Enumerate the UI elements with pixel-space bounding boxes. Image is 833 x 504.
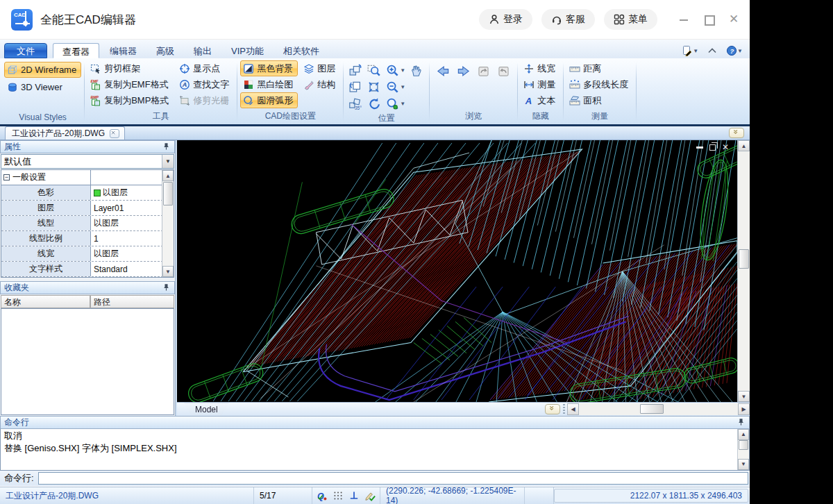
preset-dropdown[interactable]: 默认值 ▼ [1, 154, 174, 169]
model-tab[interactable]: Model [184, 403, 229, 416]
svg-text:EMF: EMF [91, 79, 99, 83]
layout-overflow-button[interactable] [545, 404, 560, 414]
collapse-group-icon[interactable]: − [3, 174, 10, 180]
favorites-column-name[interactable]: 名称 [1, 295, 90, 308]
forward-arrow-icon[interactable] [457, 65, 470, 78]
document-tab-bar: 工业设计产品-20期.DWG [0, 126, 750, 140]
close-button[interactable]: ✕ [729, 15, 739, 24]
refresh-view-icon [367, 97, 380, 110]
grid-icon[interactable] [333, 490, 344, 501]
command-output[interactable]: 取消 替换 [Geniso.SHX] 字体为 [SIMPLEX.SHX] ▲ ▼ [0, 429, 750, 471]
cad-canvas[interactable]: ✕ [177, 140, 737, 402]
viewport-minimize-icon[interactable] [696, 146, 703, 149]
button-rotate-view[interactable] [346, 62, 365, 78]
ortho-icon[interactable] [348, 490, 360, 501]
menu-button[interactable]: 菜单 [604, 9, 657, 30]
properties-scrollbar[interactable]: ▲ ▼ [162, 170, 174, 277]
button-refresh-view[interactable] [365, 95, 384, 112]
button-hide-lineweight[interactable]: 线宽 [521, 60, 560, 76]
support-button[interactable]: 客服 [541, 9, 595, 30]
edit-document-icon[interactable] [682, 45, 693, 56]
tab-0[interactable]: 查看器 [53, 43, 99, 58]
tab-file[interactable]: 文件 [4, 43, 47, 58]
button-zoom-in[interactable]: ▼ [384, 62, 407, 78]
button-distance[interactable]: 距离 [566, 60, 633, 76]
button-area[interactable]: 面积 [566, 92, 633, 108]
property-row-2[interactable]: 线型以图层 [1, 216, 174, 231]
collapse-ribbon-icon[interactable] [707, 45, 718, 56]
draft-check-icon[interactable] [364, 490, 376, 501]
button-layers[interactable]: 图层 [301, 60, 340, 76]
command-scrollbar[interactable]: ▲ ▼ [737, 429, 749, 470]
button-copy-view[interactable] [346, 78, 365, 95]
smooth-arc-icon [243, 95, 254, 106]
viewport-horizontal-scrollbar[interactable]: ◀ ▶ [567, 403, 750, 415]
close-document-icon[interactable] [110, 129, 119, 138]
left-panel: 属性 默认值 ▼ −一般设置 色彩以图层图层Layer01线型以图层线型比例1线… [0, 140, 176, 416]
tab-5[interactable]: 相关软件 [274, 43, 328, 58]
button-clip-frame[interactable]: 剪切框架 [87, 60, 174, 76]
button-bw-drawing[interactable]: 黑白绘图 [240, 76, 298, 92]
tab-2[interactable]: 高级 [147, 43, 183, 58]
property-row-3[interactable]: 线型比例1 [1, 231, 174, 246]
button-hide-measure[interactable]: 测量 [521, 76, 560, 92]
group-label-cad-settings: CAD绘图设置 [240, 110, 340, 124]
tab-3[interactable]: 输出 [185, 43, 221, 58]
help-caret-icon[interactable]: ▼ [737, 48, 743, 54]
button-3d-viewer[interactable]: 3D Viewer [4, 79, 81, 95]
help-icon[interactable]: ? [726, 45, 737, 56]
edit-doc-caret-icon[interactable]: ▼ [693, 48, 698, 54]
favorites-column-path[interactable]: 路径 [90, 295, 174, 308]
back-arrow-icon[interactable] [437, 65, 450, 78]
minimize-button[interactable] [679, 15, 689, 24]
button-structure[interactable]: 结构 [301, 76, 340, 92]
button-zoom-selected[interactable]: ▼ [384, 95, 407, 112]
command-line-2: 替换 [Geniso.SHX] 字体为 [SIMPLEX.SHX] [4, 442, 746, 455]
login-button[interactable]: 登录 [479, 9, 532, 30]
tab-1[interactable]: 编辑器 [101, 43, 146, 58]
scrollbar-splitter[interactable] [563, 404, 565, 414]
button-zoom-window[interactable] [365, 62, 384, 78]
maximize-button[interactable] [704, 15, 714, 24]
pin-icon[interactable] [162, 142, 171, 151]
pin-icon[interactable] [162, 283, 171, 292]
group-visual-styles: 2D Wireframe 3D Viewer Visual Styles [1, 60, 84, 124]
viewport-close-icon[interactable]: ✕ [722, 144, 729, 151]
viewport-vertical-scrollbar[interactable]: ▲ ▼ [737, 140, 750, 402]
button-zoom-out[interactable]: ▼ [384, 78, 407, 95]
favorites-list[interactable] [1, 308, 174, 415]
button-black-background[interactable]: 黑色背景 [240, 60, 298, 76]
tab-4[interactable]: VIP功能 [222, 43, 273, 58]
button-2d-wireframe[interactable]: 2D Wireframe [4, 62, 81, 78]
button-find-text[interactable]: A 查找文字 [176, 76, 234, 92]
dropdown-arrow-icon[interactable]: ▼ [162, 155, 174, 168]
status-filename: 工业设计产品-20期.DWG [0, 487, 254, 504]
property-row-4[interactable]: 线宽以图层 [1, 246, 174, 262]
property-row-5[interactable]: 文字样式Standard [1, 262, 174, 277]
property-grid: −一般设置 色彩以图层图层Layer01线型以图层线型比例1线宽以图层文字样式S… [1, 169, 174, 278]
button-smooth-arc[interactable]: 圆滑弧形 [240, 92, 298, 108]
button-pan[interactable] [407, 62, 426, 78]
measure-arrows-icon [523, 79, 535, 90]
button-zoom-extents[interactable] [365, 78, 384, 95]
pin-icon[interactable] [737, 418, 746, 427]
document-tab[interactable]: 工业设计产品-20期.DWG [5, 126, 125, 140]
button-rotate-angle[interactable]: 35° [346, 95, 365, 112]
doc-tab-overflow-button[interactable] [729, 128, 744, 138]
button-hide-text[interactable]: A 文本 [521, 92, 560, 108]
command-input[interactable] [38, 472, 748, 485]
button-copy-bmp[interactable]: BMP 复制为BMP格式 [87, 92, 174, 108]
button-copy-emf[interactable]: EMF 复制为EMF格式 [87, 76, 174, 92]
redo-icon [497, 65, 510, 78]
zoom-selected-icon [386, 97, 399, 110]
viewport-restore-icon[interactable] [709, 144, 716, 151]
cad-application-window: CAD 全能王CAD编辑器 登录 客服 菜单 ✕ [0, 0, 750, 504]
status-bar: 工业设计产品-20期.DWG 5/17 Q (2290.226; -42.686… [0, 487, 750, 504]
group-label-browse: 浏览 [432, 110, 514, 124]
object-snap-icon[interactable]: Q [317, 490, 328, 501]
property-row-1[interactable]: 图层Layer01 [1, 201, 174, 216]
button-polyline-length[interactable]: 多段线长度 [566, 76, 633, 92]
button-show-points[interactable]: 显示点 [176, 60, 234, 76]
property-group-row[interactable]: −一般设置 [1, 170, 174, 185]
property-row-0[interactable]: 色彩以图层 [1, 185, 174, 201]
